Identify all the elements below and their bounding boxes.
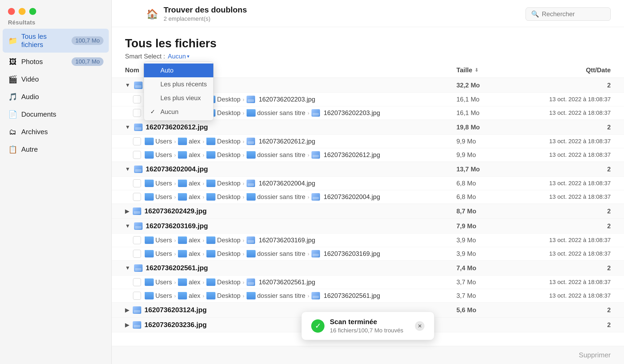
file-icon: [247, 180, 255, 187]
search-input[interactable]: [542, 10, 621, 18]
group-qtt-g2: 2: [515, 124, 611, 131]
file-name: 1620736202612.jpg: [324, 151, 380, 159]
path-folder: Desktop: [206, 138, 240, 145]
group-file-icon-g3: [134, 166, 143, 173]
group-size-g3: 13,7 Mo: [456, 166, 515, 173]
path-separator: ›: [307, 152, 309, 158]
minimize-button[interactable]: [19, 8, 26, 15]
sidebar-item-autre[interactable]: 📋 Autre: [3, 141, 109, 158]
group-toggle-g1[interactable]: ▼: [125, 82, 130, 88]
group-toggle-g2[interactable]: ▼: [125, 124, 130, 130]
file-checkbox[interactable]: [133, 292, 141, 300]
folder-icon: [247, 109, 256, 117]
dropdown-item-plus-vieux[interactable]: Les plus vieux: [144, 91, 213, 105]
group-toggle-g4[interactable]: ▶: [125, 208, 129, 214]
file-path: Users › alex › Desktop ›1620736202561.jp…: [145, 278, 456, 286]
folder-icon: [145, 138, 154, 145]
group-toggle-g6[interactable]: ▼: [125, 265, 130, 271]
group-toggle-g8[interactable]: ▶: [125, 322, 129, 328]
path-separator: ›: [243, 96, 244, 103]
folder-icon: [247, 193, 256, 201]
sidebar-icon-documents: 📄: [8, 109, 18, 119]
sidebar-item-audio[interactable]: 🎵 Audio: [3, 88, 109, 105]
sidebar-badge-tous-les-fichiers: 100,7 Mo: [72, 36, 103, 45]
folder-icon: [145, 278, 154, 286]
folder-icon: [145, 151, 154, 159]
file-name: 1620736202203.jpg: [259, 96, 315, 103]
file-checkbox[interactable]: [133, 278, 141, 286]
folder-icon: [206, 278, 215, 286]
file-checkbox[interactable]: [133, 137, 141, 145]
path-folder: Users: [145, 151, 172, 159]
path-separator: ›: [202, 152, 204, 158]
toast-subtitle: 16 fichiers/100,7 Mo trouvés: [330, 327, 410, 334]
toast-content: Scan terminée 16 fichiers/100,7 Mo trouv…: [330, 318, 410, 334]
file-checkbox[interactable]: [133, 250, 141, 258]
page-header: Tous les fichiers Smart Select : Aucun ▾…: [112, 27, 624, 63]
group-row-g4[interactable]: ▶ 1620736202429.jpg 8,7 Mo 2: [112, 204, 624, 219]
folder-icon: [247, 250, 256, 257]
group-row-g5[interactable]: ▼ 1620736203169.jpg 7,9 Mo 2: [112, 219, 624, 234]
path-folder: alex: [178, 292, 200, 299]
group-qtt-g5: 2: [515, 222, 611, 230]
file-checkbox[interactable]: [133, 193, 141, 201]
group-qtt-g6: 2: [515, 264, 611, 272]
file-icon: [311, 193, 320, 201]
file-checkbox[interactable]: [133, 236, 141, 244]
sidebar-item-documents[interactable]: 📄 Documents: [3, 106, 109, 123]
group-row-g3[interactable]: ▼ 1620736202004.jpg 13,7 Mo 2: [112, 162, 624, 177]
folder-icon: [145, 250, 154, 257]
file-checkbox[interactable]: [133, 151, 141, 159]
group-row-g6[interactable]: ▼ 1620736202561.jpg 7,4 Mo 2: [112, 261, 624, 276]
group-row-g2[interactable]: ▼ 1620736202612.jpg 19,8 Mo 2: [112, 120, 624, 135]
delete-button[interactable]: Supprimer: [579, 351, 611, 359]
file-date: 13 oct. 2022 à 18:08:37: [515, 151, 611, 158]
file-checkbox[interactable]: [133, 109, 141, 117]
file-size: 16,1 Mo: [456, 96, 515, 103]
close-button[interactable]: [8, 8, 15, 15]
folder-icon: [178, 193, 187, 201]
path-folder: Desktop: [206, 278, 240, 286]
group-name-g5: 1620736203169.jpg: [146, 222, 456, 230]
sidebar-icon-archives: 🗂: [8, 127, 18, 137]
search-box[interactable]: 🔍: [526, 7, 611, 21]
path-separator: ›: [202, 251, 204, 257]
file-name: 1620736202004.jpg: [324, 193, 380, 201]
folder-icon: [178, 292, 187, 299]
path-folder: Users: [145, 278, 172, 286]
folder-icon: [145, 292, 154, 299]
dropdown-item-aucun[interactable]: ✓ Aucun: [144, 105, 213, 119]
maximize-button[interactable]: [29, 8, 36, 15]
group-toggle-g3[interactable]: ▼: [125, 166, 130, 172]
sidebar-label-audio: Audio: [21, 93, 103, 101]
sidebar-item-tous-les-fichiers[interactable]: 📁 Tous les fichiers 100,7 Mo: [3, 29, 109, 53]
folder-icon: [206, 151, 215, 159]
group-toggle-g7[interactable]: ▶: [125, 307, 129, 313]
toast-close-button[interactable]: ✕: [415, 321, 425, 331]
file-icon: [247, 138, 255, 145]
file-path: Users › alex › Desktop ›1620736203169.jp…: [145, 236, 456, 244]
file-checkbox[interactable]: [133, 179, 141, 187]
path-folder: alex: [178, 138, 200, 145]
dropdown-item-auto[interactable]: Auto: [144, 64, 213, 77]
sidebar-item-video[interactable]: 🎬 Vidéo: [3, 71, 109, 88]
group-toggle-g5[interactable]: ▼: [125, 223, 130, 229]
file-path: Users › alex › Desktop › dossier sans ti…: [145, 292, 456, 299]
toast-notification: ✓ Scan terminée 16 fichiers/100,7 Mo tro…: [301, 312, 434, 340]
path-folder: Desktop: [206, 151, 240, 159]
path-separator: ›: [243, 180, 244, 187]
path-separator: ›: [243, 237, 244, 243]
path-folder: alex: [178, 278, 200, 286]
file-checkbox[interactable]: [133, 95, 141, 103]
sidebar-item-photos[interactable]: 🖼 Photos 100,7 Mo: [3, 53, 109, 70]
sidebar-item-archives[interactable]: 🗂 Archives: [3, 123, 109, 140]
dropdown-item-plus-recents[interactable]: Les plus récents: [144, 77, 213, 91]
file-row: Users › alex › Desktop › dossier sans ti…: [112, 190, 624, 204]
folder-icon: [178, 138, 187, 145]
file-name: 1620736202612.jpg: [259, 138, 315, 145]
sidebar-icon-tous-les-fichiers: 📁: [8, 36, 18, 45]
smart-select-dropdown[interactable]: Aucun ▾: [168, 53, 189, 60]
path-folder: Users: [145, 180, 172, 187]
file-date: 13 oct. 2022 à 18:08:37: [515, 109, 611, 116]
dropdown-label-auto: Auto: [160, 67, 173, 74]
